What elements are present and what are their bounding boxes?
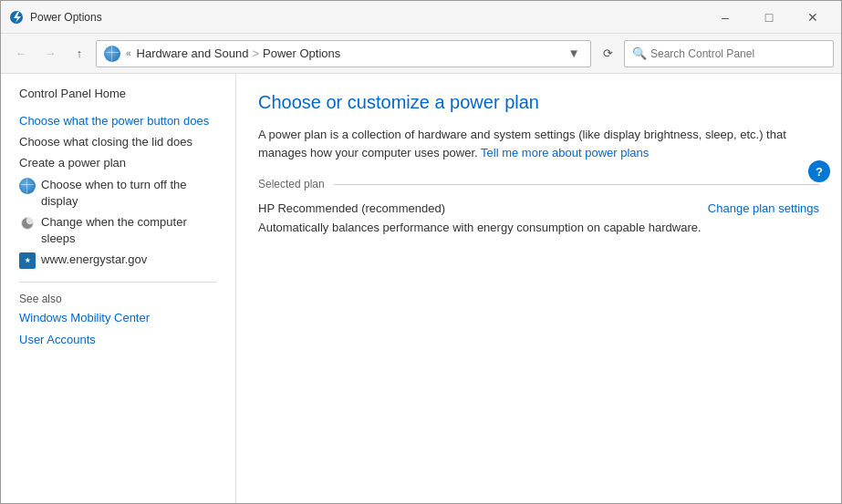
dropdown-chevron-icon: ▼	[567, 46, 579, 60]
sidebar-item-energystar[interactable]: ★ www.energystar.gov	[19, 252, 217, 269]
page-title: Choose or customize a power plan	[258, 92, 819, 113]
sidebar-item-turn-off-display[interactable]: Choose when to turn off the display	[19, 177, 217, 210]
address-bar-globe-icon	[104, 46, 120, 62]
address-path-separator: >	[252, 46, 259, 60]
address-bar[interactable]: « Hardware and Sound > Power Options ▼	[96, 40, 591, 67]
search-bar[interactable]: 🔍	[624, 40, 834, 67]
sidebar-divider	[19, 282, 217, 283]
back-icon: ←	[16, 46, 27, 60]
window-controls: – □ ✕	[704, 4, 834, 31]
address-path-hardware: Hardware and Sound	[137, 46, 249, 60]
refresh-button[interactable]: ⟳	[595, 41, 620, 67]
search-input[interactable]	[650, 47, 826, 60]
change-plan-settings-link[interactable]: Change plan settings	[708, 201, 819, 215]
minimize-button[interactable]: –	[704, 4, 746, 31]
energystar-icon: ★	[19, 252, 36, 269]
close-button[interactable]: ✕	[792, 4, 834, 31]
back-button[interactable]: ←	[8, 41, 34, 67]
plan-row: HP Recommended (recommended) Change plan…	[258, 201, 819, 215]
plan-desc-text: Automatically balances performance with …	[258, 221, 702, 234]
help-button[interactable]: ?	[808, 160, 830, 182]
title-bar: Power Options – □ ✕	[1, 1, 841, 34]
refresh-icon: ⟳	[603, 46, 613, 60]
maximize-button[interactable]: □	[748, 4, 790, 31]
learn-more-link[interactable]: Tell me more about power plans	[481, 146, 649, 159]
up-icon: ↑	[77, 46, 83, 60]
sidebar-item-turn-off-display-label: Choose when to turn off the display	[41, 177, 217, 210]
address-path-current: Power Options	[263, 46, 340, 60]
nav-bar: ← → ↑ « Hardware and Sound > Power Optio…	[1, 34, 841, 74]
main-panel: Choose or customize a power plan A power…	[236, 74, 841, 503]
sidebar-see-also-label: See also	[19, 293, 62, 305]
sidebar-item-create-plan[interactable]: Create a power plan	[19, 155, 217, 171]
forward-button[interactable]: →	[37, 41, 63, 67]
sleep-icon	[19, 215, 36, 231]
sidebar: Control Panel Home Choose what the power…	[1, 74, 236, 503]
address-path: Hardware and Sound > Power Options	[137, 46, 559, 60]
window-icon	[8, 9, 25, 26]
plan-name: HP Recommended (recommended)	[258, 201, 445, 215]
main-window: Power Options – □ ✕ ← → ↑ « Hardware and…	[0, 0, 842, 504]
sidebar-item-energystar-label: www.energystar.gov	[41, 252, 147, 268]
address-dropdown-button[interactable]: ▼	[565, 40, 583, 67]
window-title: Power Options	[30, 11, 704, 24]
sidebar-item-computer-sleep-label: Change when the computer sleeps	[41, 214, 217, 247]
sidebar-item-lid[interactable]: Choose what closing the lid does	[19, 134, 217, 150]
plan-description: Automatically balances performance with …	[258, 221, 819, 234]
search-icon: 🔍	[632, 46, 647, 60]
forward-icon: →	[45, 46, 57, 60]
main-description: A power plan is a collection of hardware…	[258, 126, 806, 161]
sidebar-control-panel-home[interactable]: Control Panel Home	[19, 87, 217, 100]
sidebar-see-also-section: See also Windows Mobility Center User Ac…	[1, 282, 235, 347]
sidebar-main-section: Control Panel Home Choose what the power…	[1, 87, 235, 269]
selected-plan-label: Selected plan	[258, 178, 819, 190]
content-area: Control Panel Home Choose what the power…	[1, 74, 841, 503]
sidebar-item-computer-sleep[interactable]: Change when the computer sleeps	[19, 214, 217, 247]
sidebar-item-power-button[interactable]: Choose what the power button does	[19, 113, 217, 129]
display-off-icon	[19, 178, 36, 194]
up-button[interactable]: ↑	[67, 41, 92, 67]
sidebar-item-mobility[interactable]: Windows Mobility Center	[19, 310, 217, 326]
selected-plan-section: Selected plan HP Recommended (recommende…	[258, 178, 819, 234]
address-chevron-icon: «	[126, 48, 131, 58]
sidebar-item-user-accounts[interactable]: User Accounts	[19, 332, 217, 348]
